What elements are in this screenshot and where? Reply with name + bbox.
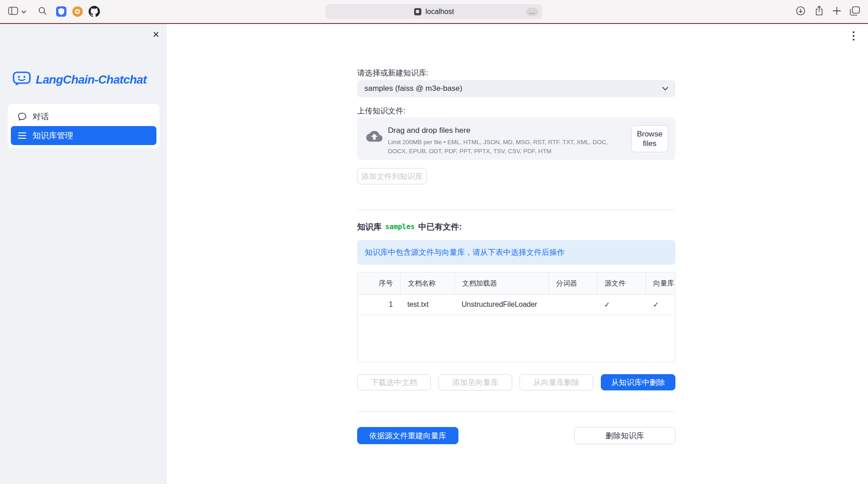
search-icon (38, 6, 47, 17)
downloads-button[interactable] (796, 6, 806, 17)
app-menu-button[interactable]: ⋮ (848, 30, 859, 41)
delete-from-kb-button[interactable]: 从知识库中删除 (601, 374, 675, 390)
info-banner: 知识库中包含源文件与向量库，请从下表中选择文件后操作 (357, 240, 675, 265)
kb-select[interactable]: samples (faiss @ m3e-base) (357, 80, 675, 97)
rebuild-vector-store-button[interactable]: 依据源文件重建向量库 (357, 427, 458, 444)
url-text: localhost (425, 8, 454, 16)
logo-icon (13, 71, 31, 88)
table-header-row: 序号 文档名称 文档加载器 分词器 源文件 向量库 (358, 272, 675, 295)
upload-label: 上传知识文件: (357, 106, 406, 116)
table-header-vector[interactable]: 向量库 (646, 272, 675, 294)
files-heading: 知识库 samples 中已有文件: (357, 221, 462, 232)
table-header-name[interactable]: 文档名称 (400, 272, 454, 294)
cell-source-check: ✓ (597, 295, 646, 314)
cell-name: test.txt (400, 295, 454, 314)
sidebar-close-button[interactable]: ✕ (152, 30, 160, 39)
close-icon: ✕ (152, 30, 160, 39)
orange-ring (75, 9, 80, 14)
delete-from-vector-store-button[interactable]: 从向量库删除 (519, 374, 593, 390)
site-favicon (414, 8, 421, 15)
logo-text: LangChain-Chatchat (36, 73, 146, 87)
app-area: ✕ LangChain-Chatchat (0, 24, 868, 488)
sidebar-item-knowledge-base[interactable]: 知识库管理 (11, 126, 156, 145)
extension-icon-orange[interactable] (72, 6, 83, 17)
files-table: 序号 文档名称 文档加载器 分词器 源文件 向量库 1 test.txt Uns… (357, 272, 675, 362)
sidebar-toggle-icon (8, 7, 18, 16)
search-button[interactable] (38, 6, 47, 17)
new-tab-button[interactable] (833, 7, 841, 16)
chat-bubble-icon (18, 112, 27, 121)
divider (357, 210, 675, 210)
kb-list-icon (18, 131, 27, 140)
add-to-vector-store-button[interactable]: 添加至向量库 (439, 374, 512, 390)
info-banner-text: 知识库中包含源文件与向量库，请从下表中选择文件后操作 (365, 247, 565, 258)
cloud-upload-icon (366, 131, 382, 143)
dropzone-limit: Limit 200MB per file • EML, HTML, JSON, … (388, 138, 622, 155)
browser-window: localhost … (0, 0, 868, 488)
main-content: 请选择或新建知识库: samples (faiss @ m3e-base) 上传… (357, 24, 675, 476)
table-header-splitter[interactable]: 分词器 (548, 272, 597, 294)
kebab-menu-icon: ⋮ (848, 29, 859, 42)
dropzone-title: Drag and drop files here (388, 126, 470, 135)
sidebar-item-dialogue[interactable]: 对话 (11, 107, 156, 126)
toolbar-right-group (796, 0, 860, 23)
browse-files-button[interactable]: Browse files (631, 125, 668, 152)
cell-loader: UnstructuredFileLoader (454, 295, 548, 314)
kb-name-code: samples (385, 223, 415, 231)
share-button[interactable] (815, 5, 824, 18)
chevron-down-icon (21, 8, 26, 15)
github-extension-icon[interactable] (89, 6, 100, 17)
app-sidebar: ✕ LangChain-Chatchat (0, 24, 167, 484)
download-selected-button[interactable]: 下载选中文档 (357, 374, 431, 390)
extension-icon-blue[interactable] (56, 6, 66, 17)
divider (357, 411, 675, 412)
cell-splitter (548, 295, 597, 314)
file-dropzone[interactable]: Drag and drop files here Limit 200MB per… (357, 117, 675, 160)
kb-select-value: samples (faiss @ m3e-base) (364, 84, 462, 93)
files-heading-prefix: 知识库 (357, 221, 382, 232)
files-heading-suffix: 中已有文件: (418, 221, 462, 232)
tab-overview-icon (850, 6, 860, 17)
sidebar-toggle-button[interactable] (8, 7, 26, 16)
cell-vector-check: ✓ (646, 295, 675, 314)
table-row[interactable]: 1 test.txt UnstructuredFileLoader ✓ ✓ (358, 295, 675, 315)
add-files-button[interactable]: 添加文件到知识库 (357, 168, 427, 184)
kb-select-label: 请选择或新建知识库: (357, 68, 429, 78)
menu-item-label: 知识库管理 (33, 130, 73, 141)
table-header-source[interactable]: 源文件 (597, 272, 646, 294)
select-chevron-icon (662, 87, 669, 91)
file-action-buttons: 下载选中文档 添加至向量库 从向量库删除 从知识库中删除 (357, 374, 675, 390)
share-icon (815, 5, 824, 18)
plus-icon (833, 7, 841, 16)
menu-item-label: 对话 (33, 111, 49, 122)
app-logo: LangChain-Chatchat (13, 71, 146, 88)
address-bar[interactable]: localhost (326, 4, 542, 19)
cell-index: 1 (358, 295, 400, 314)
downloads-icon (796, 6, 806, 17)
sidebar-menu: 对话 知识库管理 (8, 104, 160, 148)
delete-kb-button[interactable]: 删除知识库 (574, 427, 675, 444)
tab-overview-button[interactable] (850, 6, 860, 17)
extensions-badge[interactable]: … (526, 8, 538, 16)
browser-toolbar: localhost … (0, 0, 868, 23)
toolbar-left-group (8, 0, 100, 23)
table-header-loader[interactable]: 文档加载器 (454, 272, 548, 294)
table-header-index[interactable]: 序号 (358, 272, 400, 294)
